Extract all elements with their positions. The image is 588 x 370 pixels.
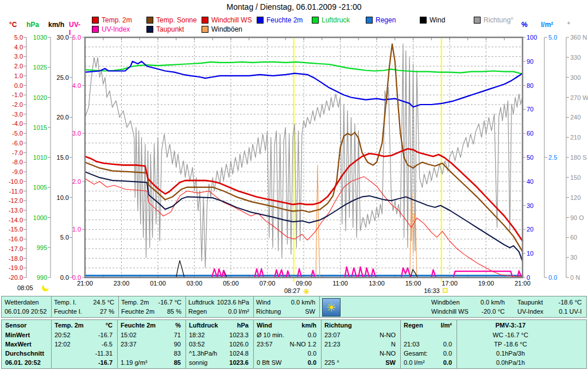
table-cell-value: 1023.6	[229, 359, 249, 367]
table-cell-value: 83	[174, 350, 181, 357]
axis-label-deg: 240	[570, 114, 581, 121]
axis-label-temp-c: -19.0	[9, 264, 23, 271]
band-separator	[185, 296, 186, 317]
sunset-square-icon	[443, 288, 447, 292]
table-col-unit: °C	[106, 322, 113, 329]
axis-label-pct: 50	[527, 154, 533, 161]
axis-label-temp-c: 4.0	[14, 44, 23, 51]
table-cell-value: N	[391, 341, 396, 348]
axis-label-pct: 100	[527, 34, 537, 41]
axis-label-deg: 60	[570, 234, 577, 241]
table-cell-time: 1.19 g/m³	[121, 359, 147, 367]
table-cell-time: 225 °	[324, 359, 339, 367]
axis-label-temp-c: 1.0	[14, 72, 23, 79]
axis-label-pct: 90	[527, 58, 533, 65]
summary-table: SensorMinWertMaxWertDurchschnitt06.01. 2…	[1, 319, 587, 369]
axis-label-temp-c: -13.0	[9, 207, 23, 214]
axis-label-uv: 1.0	[72, 226, 81, 233]
sunset-time-label: 16:33	[424, 287, 440, 294]
sun-icon: ☀	[303, 287, 310, 296]
axis-label-temp-c: -5.0	[12, 130, 23, 137]
axis-label-deg: 90 O	[570, 214, 584, 221]
axis-label-temp-c: -2.0	[12, 101, 23, 108]
axis-label-uv: 4.0	[72, 82, 81, 89]
table-cell-time: 15:02	[121, 332, 137, 339]
status-label: Regen	[188, 308, 207, 315]
sunrise-time-label: 08:27	[284, 287, 300, 294]
axis-label-temp-c: -7.0	[12, 149, 23, 156]
table-cell-time: 21:23	[324, 341, 341, 348]
status-value: -18.6 °C	[559, 299, 582, 306]
x-axis-label: 15:00	[405, 280, 421, 287]
table-cell-time: 20:52	[55, 332, 71, 339]
table-cell-value: -16.7	[98, 359, 113, 367]
table-col-header: Wind	[257, 322, 272, 329]
axis-label-uv: 5.0	[72, 34, 81, 41]
table-row-label: Durchschnitt	[5, 350, 44, 357]
axis-label-pct: 70	[527, 106, 533, 113]
axis-label-deg: 150	[570, 174, 581, 181]
status-label: Windböen	[431, 299, 460, 306]
x-axis-label: 21:00	[77, 280, 93, 287]
table-col-unit: l/m²	[440, 322, 452, 329]
axis-label-temp-c: -14.0	[9, 217, 23, 223]
axis-label-temp-c: -16.0	[9, 236, 23, 242]
axis-label-pct: 60	[527, 130, 533, 137]
table-cell-time: 0 Bft SW	[257, 359, 281, 367]
table-cell-time: 23:57	[257, 341, 273, 348]
status-value: 0.0 l/m²	[228, 308, 249, 315]
pmv-line: WC -16.7 °C	[457, 332, 564, 339]
axis-label-deg: 0 N	[570, 274, 580, 281]
table-cell-time: 0.0 l/m²	[404, 359, 425, 367]
axis-label-temp-c: -4.0	[12, 120, 23, 127]
axis-label-deg: 270 W	[570, 94, 588, 101]
status-label: Luftdruck	[188, 299, 214, 306]
table-cell-value: 1024.8	[229, 350, 249, 357]
band-separator	[118, 296, 119, 317]
axis-label-kmh: 25.0	[57, 74, 69, 81]
status-label: Richtung	[256, 308, 281, 315]
axis-label-hpa: 1020	[33, 94, 47, 101]
pmv-line: TP -18.6 °C	[457, 341, 564, 348]
table-cell-value: 1026.0	[229, 341, 249, 348]
axis-label-lm2: 2.5	[548, 154, 557, 161]
table-separator	[400, 320, 401, 368]
table-cell-time: 23:07	[324, 332, 341, 339]
table-cell-value: 0.0	[308, 332, 316, 339]
table-cell-time: 03:52	[189, 341, 205, 348]
axis-label-hpa: 990	[37, 274, 47, 281]
table-cell-value: 90	[174, 341, 181, 348]
axis-label-kmh: 10.0	[57, 194, 69, 201]
table-cell-value: N-NO	[380, 350, 396, 357]
status-value: 0.0 km/h	[481, 299, 505, 306]
pmv-line: 0.0hPa/1h	[457, 359, 564, 367]
table-cell-time: Gesamt:	[404, 350, 428, 357]
axis-label-temp-c: -15.0	[9, 226, 23, 233]
table-cell-value: -11.31	[95, 350, 113, 357]
x-axis-label: 03:00	[187, 280, 203, 287]
axis-label-temp-c: -8.0	[12, 159, 23, 165]
status-value: 85 %	[167, 308, 181, 315]
status-label: 06.01.09 20:52	[5, 308, 47, 315]
table-col-header: Temp. 2m	[55, 322, 84, 329]
table-cell-value: 71	[174, 332, 181, 339]
axis-label-temp-c: -20.0	[9, 274, 23, 281]
axis-label-temp-c: -18.0	[9, 255, 23, 262]
status-value: 0.0 km/h	[291, 299, 315, 306]
table-cell-value: N-NO 1.2	[290, 341, 316, 348]
axis-label-hpa: 1000	[33, 214, 47, 221]
status-label: Feuchte 2m	[121, 308, 154, 315]
table-col-header: Richtung	[324, 322, 352, 329]
table-cell-value: N-NO	[380, 332, 396, 339]
table-separator	[253, 320, 254, 368]
table-cell-time: 23:37	[121, 341, 137, 348]
table-row-label: MinWert	[5, 332, 30, 339]
table-col-header: Luftdruck	[189, 322, 218, 329]
status-value: 1023.6 hPa	[217, 299, 249, 306]
moon-icon-mask	[44, 282, 51, 289]
table-cell-value: 1023.3	[229, 332, 249, 339]
table-cell-value: -6.5	[102, 341, 113, 348]
axis-label-hpa: 1015	[33, 124, 47, 131]
table-col-unit: hPa	[237, 322, 249, 329]
axis-label-deg: 360 N	[570, 34, 587, 41]
